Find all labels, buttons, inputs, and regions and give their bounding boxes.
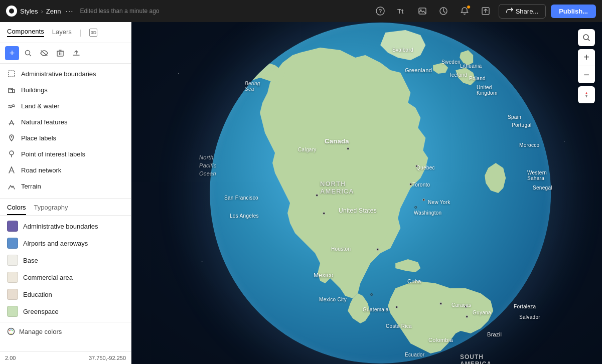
buildings-icon xyxy=(7,85,16,94)
terrain-icon xyxy=(7,181,16,191)
map-dot-fortaleza xyxy=(465,305,467,308)
breadcrumb-styles[interactable]: Styles xyxy=(20,8,38,15)
typography-button[interactable]: Tt xyxy=(393,3,409,19)
breadcrumb-separator: › xyxy=(41,8,43,15)
land-water-icon xyxy=(7,101,16,110)
color-palette-icon xyxy=(7,327,15,335)
color-item-airports[interactable]: Airports and aeroways xyxy=(0,235,131,252)
color-swatch-admin-bounds[interactable] xyxy=(7,221,18,232)
svg-rect-13 xyxy=(10,89,11,90)
map-dot-washington xyxy=(414,206,417,209)
component-land-water[interactable]: Land & water xyxy=(0,98,131,114)
publish-button[interactable]: Publish... xyxy=(551,5,596,18)
status-bar: 2.00 37.750,-92.250 xyxy=(0,351,131,364)
globe-container xyxy=(210,23,551,363)
color-swatch-education[interactable] xyxy=(7,289,18,300)
subtabs: Colors Typography xyxy=(0,201,131,216)
help-button[interactable]: ? xyxy=(372,3,388,19)
components-list: Administrative boundaries Buildings xyxy=(0,64,131,196)
svg-text:?: ? xyxy=(378,8,382,14)
svg-rect-10 xyxy=(9,71,15,77)
component-terrain[interactable]: Terrain xyxy=(0,178,131,194)
svg-point-15 xyxy=(11,136,13,138)
more-options-button[interactable]: ⋯ xyxy=(64,6,75,17)
map-dot-calgary xyxy=(347,147,349,150)
poi-labels-icon xyxy=(7,149,16,158)
natural-features-icon xyxy=(7,117,16,126)
sidebar-tabs: Components Layers | 3D xyxy=(0,22,131,43)
color-item-greenspace[interactable]: Greenspace xyxy=(0,303,131,320)
component-natural-features[interactable]: Natural features xyxy=(0,114,131,130)
add-component-button[interactable]: + xyxy=(5,46,19,60)
subtab-typography[interactable]: Typography xyxy=(34,204,68,215)
svg-point-18 xyxy=(9,330,11,331)
component-poi-labels[interactable]: Point of interest labels xyxy=(0,146,131,162)
topbar: Styles › Zenn ⋯ Edited less than a minut… xyxy=(0,0,602,22)
svg-point-21 xyxy=(11,333,12,334)
sidebar-divider xyxy=(0,198,131,199)
map-dot-toronto xyxy=(409,183,412,186)
north-button[interactable] xyxy=(578,86,595,103)
history-button[interactable] xyxy=(435,3,452,19)
map-dot-salvador xyxy=(466,315,468,318)
topbar-right: ? Tt xyxy=(372,3,596,19)
map-dot-mexcity xyxy=(370,293,373,296)
svg-text:Tt: Tt xyxy=(397,8,404,15)
tab-components[interactable]: Components xyxy=(7,28,44,37)
breadcrumb-project[interactable]: Zenn xyxy=(46,8,61,15)
map-dot-houston xyxy=(376,248,379,251)
tab-layers[interactable]: Layers xyxy=(52,28,72,37)
notification-button[interactable] xyxy=(457,3,473,19)
sidebar-toolbar: + xyxy=(0,43,131,64)
map-dot-quebec xyxy=(415,165,418,167)
app-logo[interactable] xyxy=(6,6,17,17)
map-controls: + − xyxy=(578,29,595,103)
manage-colors-button[interactable]: Manage colors xyxy=(0,322,131,340)
color-item-base[interactable]: Base xyxy=(0,252,131,269)
main-area: Components Layers | 3D + xyxy=(0,22,602,364)
map-dot-la xyxy=(323,212,325,215)
svg-point-20 xyxy=(12,330,13,331)
svg-point-19 xyxy=(11,329,12,330)
3d-icon: 3D xyxy=(89,29,97,37)
hide-layers-button[interactable] xyxy=(37,46,51,60)
sidebar: Components Layers | 3D + xyxy=(0,22,131,364)
zoom-controls: + − xyxy=(578,49,595,83)
color-swatch-airports[interactable] xyxy=(7,238,18,249)
upload-layers-button[interactable] xyxy=(69,46,83,60)
color-swatch-base[interactable] xyxy=(7,255,18,266)
admin-bounds-icon xyxy=(7,69,16,78)
map-dot-sf xyxy=(316,194,318,197)
component-admin-bounds[interactable]: Administrative boundaries xyxy=(0,66,131,82)
export-button[interactable] xyxy=(478,3,494,19)
delete-layers-button[interactable] xyxy=(53,46,67,60)
map-dot-caracas xyxy=(439,302,442,305)
color-swatch-greenspace[interactable] xyxy=(7,306,18,317)
svg-rect-11 xyxy=(9,88,13,93)
color-swatch-commercial[interactable] xyxy=(7,272,18,283)
zoom-out-button[interactable]: − xyxy=(578,66,595,83)
search-map-button[interactable] xyxy=(578,29,595,46)
color-item-admin-bounds[interactable]: Administrative boundaries xyxy=(0,218,131,235)
coordinates: 37.750,-92.250 xyxy=(89,355,126,361)
color-items-list: Administrative boundaries Airports and a… xyxy=(0,216,131,322)
tab-3d[interactable]: 3D xyxy=(89,29,97,37)
color-item-commercial[interactable]: Commercial area xyxy=(0,269,131,286)
component-buildings[interactable]: Buildings xyxy=(0,82,131,98)
road-network-icon xyxy=(7,165,16,174)
svg-rect-12 xyxy=(13,90,15,93)
component-place-labels[interactable]: Place labels xyxy=(0,130,131,146)
topbar-left: Styles › Zenn ⋯ Edited less than a minut… xyxy=(6,6,368,17)
zoom-level: 2.00 xyxy=(5,355,16,361)
globe-landmass-svg xyxy=(210,23,551,363)
search-layers-button[interactable] xyxy=(21,46,35,60)
share-button[interactable]: Share... xyxy=(499,4,546,19)
sidebar-content: Administrative boundaries Buildings xyxy=(0,64,131,351)
subtab-colors[interactable]: Colors xyxy=(7,204,26,215)
image-button[interactable] xyxy=(414,3,430,19)
svg-point-16 xyxy=(10,151,14,155)
color-item-education[interactable]: Education xyxy=(0,286,131,303)
component-road-network[interactable]: Road network xyxy=(0,162,131,178)
map-area[interactable]: Svalbard Sweden Greenland Iceland Lithua… xyxy=(131,22,602,364)
zoom-in-button[interactable]: + xyxy=(578,49,595,66)
